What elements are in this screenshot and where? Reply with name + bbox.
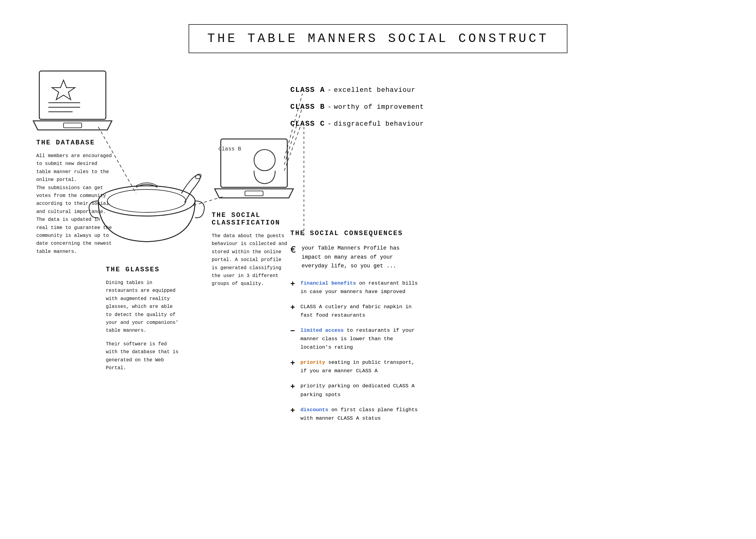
- benefit-sign-3: −: [290, 326, 295, 337]
- page-container: THE TABLE MANNERS SOCIAL CONSTRUCT: [0, 0, 756, 539]
- benefit-text-3: limited access to restaurants if your ma…: [301, 326, 415, 352]
- classification-heading: THE SOCIALCLASSIFICATION: [212, 211, 315, 227]
- consequences-heading: THE SOCIAL CONSEQUENCES: [290, 230, 466, 237]
- highlight-discounts: discounts: [301, 407, 329, 413]
- benefit-text-2: CLASS A cutlery and fabric napkin in fas…: [301, 303, 412, 320]
- highlight-priority: priority: [301, 359, 326, 365]
- benefit-sign-4: +: [290, 358, 295, 369]
- glasses-heading: THE GLASSES: [106, 266, 209, 273]
- database-body: All members are encouraged to submit new…: [36, 152, 127, 256]
- benefit-sign-6: +: [290, 405, 295, 416]
- svg-point-10: [254, 150, 275, 171]
- database-section: THE DATABASE All members are encouraged …: [36, 79, 127, 256]
- benefit-text-4: priority seating in public transport, if…: [301, 358, 415, 375]
- benefit-item-2: + CLASS A cutlery and fabric napkin in f…: [290, 303, 466, 320]
- highlight-limited: limited access: [301, 328, 344, 333]
- class-c-label: CLASS C: [290, 118, 325, 129]
- svg-line-14: [194, 196, 224, 205]
- database-heading: THE DATABASE: [36, 139, 127, 147]
- benefit-item-6: + discounts on first class plane flights…: [290, 406, 466, 423]
- benefit-text-1: financial benefits on restaurant bills i…: [301, 279, 418, 296]
- class-labels: CLASS A - excellent behaviour CLASS B - …: [290, 85, 466, 135]
- benefit-item-4: + priority seating in public transport, …: [290, 358, 466, 375]
- benefit-text-6: discounts on first class plane flights w…: [301, 406, 418, 423]
- laptop-classification-icon: [215, 139, 293, 198]
- class-c-desc: disgraceful behaviour: [334, 119, 424, 129]
- svg-rect-9: [221, 139, 287, 187]
- euro-text: your Table Manners Profile has impact on…: [302, 244, 400, 271]
- glasses-body1: Dining tables in restaurants are equippe…: [106, 279, 209, 335]
- class-b-row: CLASS B - worthy of improvement: [290, 102, 466, 113]
- benefit-sign-2: +: [290, 302, 295, 313]
- benefit-item-1: + financial benefits on restaurant bills…: [290, 279, 466, 296]
- class-a-desc: excellent behaviour: [334, 85, 416, 95]
- class-b-desc: worthy of improvement: [334, 102, 424, 112]
- benefit-list: + financial benefits on restaurant bills…: [290, 279, 466, 423]
- benefit-item-3: − limited access to restaurants if your …: [290, 326, 466, 352]
- title-box: THE TABLE MANNERS SOCIAL CONSTRUCT: [189, 24, 568, 53]
- benefit-sign-5: +: [290, 381, 295, 392]
- benefit-sign-1: +: [290, 278, 295, 289]
- glasses-section: THE GLASSES Dining tables in restaurants…: [106, 266, 209, 372]
- class-b-label: CLASS B: [290, 102, 325, 113]
- consequences-section: THE SOCIAL CONSEQUENCES € your Table Man…: [290, 230, 466, 429]
- benefit-text-5: priority parking on dedicated CLASS A pa…: [301, 382, 415, 399]
- svg-text:class B: class B: [218, 146, 241, 152]
- highlight-financial: financial benefits: [301, 280, 356, 286]
- euro-intro-line: € your Table Manners Profile has impact …: [290, 244, 466, 271]
- page-title: THE TABLE MANNERS SOCIAL CONSTRUCT: [208, 32, 549, 46]
- svg-point-8: [195, 173, 202, 180]
- class-c-row: CLASS C - disgraceful behaviour: [290, 118, 466, 129]
- glasses-body2: Their software is fed with the database …: [106, 340, 209, 372]
- benefit-item-5: + priority parking on dedicated CLASS A …: [290, 382, 466, 399]
- euro-icon: €: [290, 244, 296, 256]
- class-a-label: CLASS A: [290, 85, 325, 96]
- svg-rect-11: [245, 191, 263, 196]
- class-a-row: CLASS A - excellent behaviour: [290, 85, 466, 96]
